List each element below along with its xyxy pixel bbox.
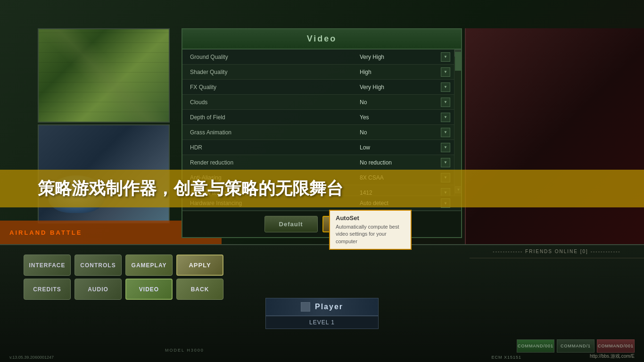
dropdown-arrow-shader-quality[interactable]: ▼ [441,67,450,77]
player-panel: Player LEVEL 1 [265,298,379,329]
nav-button-panel: Interface Controls Gameplay Apply Credit… [24,255,223,300]
setting-row-render-reduction: Render reduction No reduction ▼ [182,155,454,170]
interface-button[interactable]: Interface [24,255,71,276]
dropdown-arrow-ground-quality[interactable]: ▼ [441,52,450,62]
setting-row-ground-quality: Ground Quality Very High ▼ [182,49,454,65]
setting-row-shader-quality: Shader Quality High ▼ [182,65,454,80]
setting-row-fx-quality: FX Quality Very High ▼ [182,80,454,95]
website-label: http://bbs.游戏.com/E [590,353,635,360]
setting-row-clouds: Clouds No ▼ [182,95,454,110]
game-title: AIRLAND BATTLE [9,229,82,236]
default-button[interactable]: Default [264,216,318,232]
overlay-banner: 策略游戏制作器，创意与策略的无限舞台 [0,170,644,207]
apply-button[interactable]: Apply [176,255,223,276]
back-button[interactable]: Back [176,279,223,300]
setting-value-depth-of-field[interactable]: Yes ▼ [360,113,454,122]
player-name: Player [315,303,343,311]
dropdown-arrow-fx-quality[interactable]: ▼ [441,82,450,92]
setting-row-grass-animation: Grass Animation No ▼ [182,125,454,140]
ecm-label: ECM X15151 [491,355,521,360]
setting-value-ground-quality[interactable]: Very High ▼ [360,52,454,62]
video-panel-title: Video [307,34,337,43]
autoset-tooltip: AutoSet Automatically compute best video… [329,210,412,250]
scrollbar-thumb[interactable] [455,52,461,71]
setting-label-shader-quality: Shader Quality [182,69,360,75]
setting-label-render-reduction: Render reduction [182,159,360,166]
dropdown-arrow-hdr[interactable]: ▼ [441,143,450,152]
setting-row-hdr: HDR Low ▼ [182,140,454,155]
setting-value-grass-animation[interactable]: No ▼ [360,128,454,137]
command-button-2[interactable]: COMMAND/1 [557,339,594,353]
tooltip-title: AutoSet [336,214,405,222]
setting-label-depth-of-field: Depth of Field [182,114,360,121]
version-label: v.13.05.39.2060001247 [9,355,54,360]
setting-label-hdr: HDR [182,144,360,151]
panel-buttons: Default AutoSet [182,211,461,237]
setting-label-clouds: Clouds [182,99,360,106]
audio-button[interactable]: Audio [74,279,122,300]
setting-label-grass-animation: Grass Animation [182,129,360,136]
chinese-text: 策略游戏制作器，创意与策略的无限舞台 [38,177,343,200]
setting-row-depth-of-field: Depth of Field Yes ▼ [182,110,454,125]
command-buttons: COMMAND/001 COMMAND/1 COMMAND/001 [517,339,635,353]
dropdown-arrow-depth-of-field[interactable]: ▼ [441,113,450,122]
credits-button[interactable]: Credits [24,279,71,300]
dropdown-arrow-clouds[interactable]: ▼ [441,98,450,107]
gameplay-button[interactable]: Gameplay [125,255,173,276]
player-header: Player [265,298,379,316]
tooltip-description: Automatically compute best video setting… [336,223,405,245]
command-button-1[interactable]: COMMAND/001 [517,339,554,353]
setting-label-ground-quality: Ground Quality [182,54,360,60]
dropdown-arrow-grass-animation[interactable]: ▼ [441,128,450,137]
dropdown-arrow-render-reduction[interactable]: ▼ [441,158,450,167]
screenshot-top [38,28,170,123]
right-background [465,28,644,245]
video-button[interactable]: Video [125,279,173,300]
video-title-bar: Video [182,29,461,49]
setting-value-render-reduction[interactable]: No reduction ▼ [360,158,454,167]
controls-button[interactable]: Controls [74,255,122,276]
player-icon [301,302,310,312]
setting-value-hdr[interactable]: Low ▼ [360,143,454,152]
player-level: LEVEL 1 [265,316,379,329]
friends-header: ------------ FRIENDS ONLINE [0] --------… [470,245,644,258]
setting-value-clouds[interactable]: No ▼ [360,98,454,107]
bottom-ui: Interface Controls Gameplay Apply Credit… [0,244,644,362]
command-button-3[interactable]: COMMAND/001 [597,339,635,353]
model-label: MODEL H3000 [165,348,204,353]
setting-value-shader-quality[interactable]: High ▼ [360,67,454,77]
setting-label-fx-quality: FX Quality [182,84,360,90]
setting-value-fx-quality[interactable]: Very High ▼ [360,82,454,92]
